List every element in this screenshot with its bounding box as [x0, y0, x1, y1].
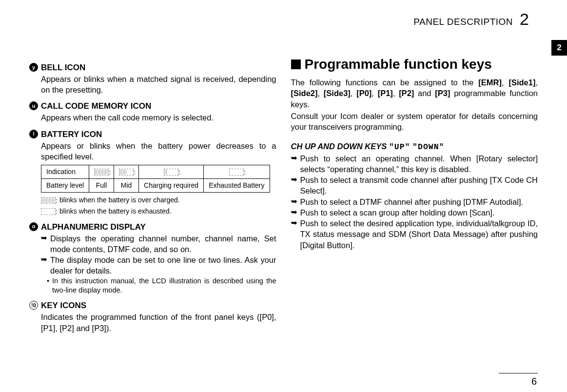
battery-level-mid: Mid [114, 179, 139, 193]
section-heading: Programmable function keys [291, 57, 538, 72]
bullet-text: Push to select a scan group after holdin… [300, 207, 495, 218]
item-battery-icon: i BATTERY ICON Appears or blinks when th… [29, 129, 276, 216]
battery-table: Indication Battery level Full Mid Chargi… [41, 165, 270, 193]
item-alphanumeric-display: o ALPHANUMERIC DISPLAY ➥ Displays the op… [29, 222, 276, 295]
columns: y BELL ICON Appears or blinks when a mat… [29, 57, 538, 338]
function-bullet: ➥ Push to select a scan group after hold… [291, 207, 538, 218]
item-bell-icon: y BELL ICON Appears or blinks when a mat… [29, 62, 276, 95]
table-row: Battery level Full Mid Charging required… [41, 179, 270, 193]
battery-level-exhausted: Exhausted Battery [204, 179, 270, 193]
arrow-icon: ➥ [291, 196, 297, 207]
intro-prefix: The following functions can be assigned … [291, 78, 479, 87]
lcd-label-down: "DOWN" [412, 142, 444, 152]
left-column: y BELL ICON Appears or blinks when a mat… [29, 57, 276, 338]
item-title: ALPHANUMERIC DISPLAY [41, 222, 146, 233]
marker-y: y [29, 63, 38, 72]
battery-level-charging: Charging required [139, 179, 204, 193]
item-title: CALL CODE MEMORY ICON [41, 101, 151, 112]
footer-rule [499, 373, 538, 373]
legend-text: blinks when the battery is over charged. [59, 196, 180, 205]
battery-icon-exhausted [204, 165, 270, 179]
function-bullet: ➥ Push to select a transmit code channel… [291, 175, 538, 196]
arrow-icon: ➥ [291, 153, 297, 175]
dot-icon: • [47, 276, 49, 295]
key-side3: [Side3] [324, 89, 351, 98]
table-row: Indication [41, 165, 270, 179]
key-p3: [P3] [435, 89, 450, 98]
item-call-code-memory-icon: u CALL CODE MEMORY ICON Appears when the… [29, 101, 276, 123]
lcd-label-up: "UP" [389, 142, 411, 152]
sub-bullet: ➥ Displays the operating channel number,… [41, 233, 276, 255]
item-body: Appears or blinks when the battery power… [41, 140, 276, 162]
subsection-title: CH UP AND DOWN KEYS [291, 142, 387, 151]
marker-i: i [29, 130, 38, 138]
item-title: BELL ICON [41, 62, 85, 74]
bullet-text: Displays the operating channel number, c… [50, 233, 276, 255]
battery-level-full: Full [89, 179, 114, 193]
chapter-number: 2 [520, 11, 529, 27]
page: PANEL DESCRIPTION 2 2 y BELL ICON Appear… [0, 0, 567, 392]
sub-bullet: ➥ The display mode can be set to one lin… [41, 255, 276, 276]
item-body: Appears or blinks when a matched signal … [41, 74, 276, 96]
battery-icon-full [89, 165, 114, 179]
marker-u: u [29, 101, 38, 110]
right-column: Programmable function keys The following… [291, 57, 538, 338]
side-tab: 2 [551, 40, 567, 56]
item-body: Appears when the call code memory is sel… [41, 112, 276, 123]
subsection-title-row: CH UP AND DOWN KEYS "UP" "DOWN" [291, 141, 538, 153]
intro-paragraph: The following functions can be assigned … [291, 77, 538, 110]
battery-icon [41, 196, 56, 205]
function-bullet: ➥ Push to select a DTMF channel after pu… [291, 196, 538, 207]
marker-0: !0 [29, 301, 38, 310]
key-emr: [EMR] [478, 78, 502, 87]
battery-icon-charging [139, 165, 204, 179]
legend-text: blinks when the battery is exhausted. [59, 207, 172, 216]
item-title: KEY ICONS [41, 300, 86, 312]
function-bullet: ➥ Push to select an operating channel. W… [291, 153, 538, 175]
arrow-icon: ➥ [291, 207, 297, 218]
heading-text: Programmable function keys [305, 57, 492, 72]
battery-legend-exhausted: blinks when the battery is exhausted. [41, 207, 276, 216]
item-body: Indicates the programmed function of the… [41, 312, 276, 333]
table-header-indication: Indication [41, 165, 89, 179]
key-p2: [P2] [399, 89, 414, 98]
arrow-icon: ➥ [41, 255, 47, 276]
key-p1: [P1] [378, 89, 393, 98]
battery-icon [41, 207, 56, 216]
note-text: In this instruction manual, the LCD illu… [52, 276, 276, 295]
square-icon [291, 59, 301, 69]
table-header-level: Battery level [41, 179, 89, 193]
arrow-icon: ➥ [41, 233, 47, 255]
bullet-text: The display mode can be set to one line … [50, 255, 276, 276]
marker-o: o [29, 222, 38, 231]
page-number: 6 [531, 376, 537, 387]
header-title: PANEL DESCRIPTION [413, 17, 513, 27]
bullet-text: Push to select a DTMF channel after push… [300, 196, 524, 207]
arrow-icon: ➥ [291, 175, 297, 196]
battery-icon-mid [114, 165, 139, 179]
arrow-icon: ➥ [291, 218, 297, 251]
intro-paragraph-2: Consult your Icom dealer or system opera… [291, 111, 538, 133]
bullet-text: Push to select a transmit code channel a… [300, 175, 538, 196]
key-p0: [P0] [356, 89, 371, 98]
bullet-text: Push to select the desired application t… [300, 218, 538, 251]
item-title: BATTERY ICON [41, 129, 102, 140]
bullet-text: Push to select an operating channel. Whe… [300, 153, 538, 175]
item-key-icons: !0 KEY ICONS Indicates the programmed fu… [29, 300, 276, 333]
battery-legend-overcharged: blinks when the battery is over charged. [41, 196, 276, 205]
subsection: CH UP AND DOWN KEYS "UP" "DOWN" ➥ Push t… [291, 141, 538, 251]
key-side1: [Side1] [508, 78, 535, 87]
note-bullet: • In this instruction manual, the LCD il… [47, 276, 276, 295]
function-bullet: ➥ Push to select the desired application… [291, 218, 538, 251]
page-header: PANEL DESCRIPTION 2 [29, 11, 538, 27]
key-side2: [Side2] [291, 89, 318, 98]
